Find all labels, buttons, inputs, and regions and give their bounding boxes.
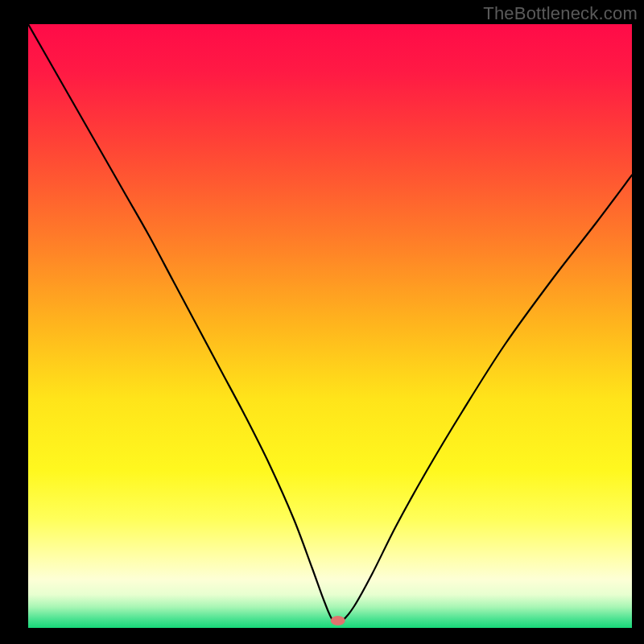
watermark-text: TheBottleneck.com bbox=[483, 3, 638, 24]
gradient-background bbox=[28, 24, 632, 628]
chart-stage: TheBottleneck.com bbox=[0, 0, 644, 644]
bottleneck-plot bbox=[0, 0, 644, 644]
minimum-marker bbox=[331, 616, 345, 625]
